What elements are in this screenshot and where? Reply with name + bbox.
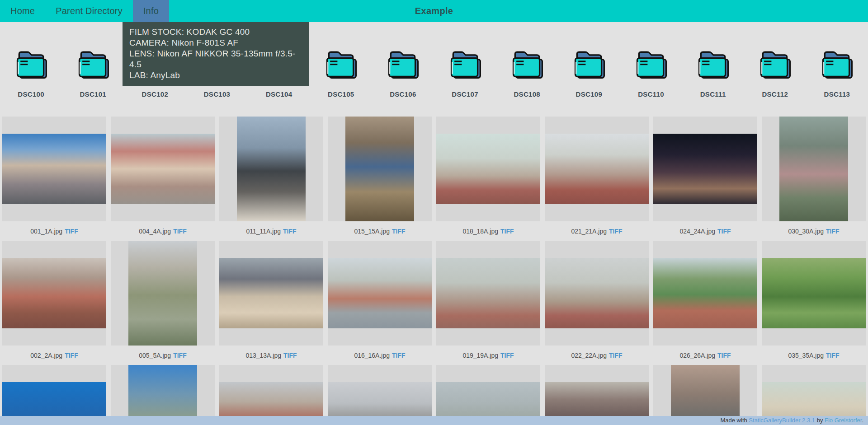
tiff-link[interactable]: TIFF	[392, 228, 406, 235]
folder-item-dsc105[interactable]: DSC105	[310, 47, 372, 98]
photo-thumbnail[interactable]	[111, 134, 215, 204]
footer-text-prefix: Made with	[720, 417, 747, 424]
thumbnail-box	[436, 241, 540, 346]
photo-thumbnail[interactable]	[653, 258, 757, 328]
thumbnail-box	[762, 241, 866, 346]
photo-filename: 005_5A.jpg	[139, 352, 171, 359]
photo-thumbnail[interactable]	[762, 258, 866, 328]
photo-label: 019_19A.jpg TIFF	[436, 346, 540, 365]
tiff-link[interactable]: TIFF	[609, 352, 623, 359]
photo-filename: 013_13A.jpg	[245, 352, 281, 359]
photo-label: 018_18A.jpg TIFF	[436, 221, 540, 241]
tiff-link[interactable]: TIFF	[500, 228, 514, 235]
photo-thumbnail[interactable]	[328, 258, 432, 328]
photo-thumbnail[interactable]	[219, 258, 323, 328]
thumbnail-box	[219, 117, 323, 221]
author-link[interactable]: Flo Greistorfer	[825, 417, 862, 424]
thumbnail-box	[328, 241, 432, 346]
folder-name: DSC105	[328, 90, 354, 98]
photo-filename: 004_4A.jpg	[139, 228, 171, 235]
photo-filename: 002_2A.jpg	[30, 352, 62, 359]
photo-filename: 011_11A.jpg	[246, 228, 281, 235]
photo-label: 002_2A.jpg TIFF	[2, 346, 106, 365]
photo-thumbnail[interactable]	[779, 117, 848, 221]
photo-filename: 030_30A.jpg	[788, 228, 824, 235]
folder-item-dsc108[interactable]: DSC108	[496, 47, 558, 98]
gallery-item: 016_16A.jpg TIFF	[328, 241, 432, 365]
tooltip-line: CAMERA: Nikon F-801S AF	[129, 37, 302, 48]
photo-label: 035_35A.jpg TIFF	[762, 346, 866, 365]
tooltip-line: FILM STOCK: KODAK GC 400	[129, 27, 302, 37]
gallery-item: 024_24A.jpg TIFF	[653, 117, 757, 241]
photo-thumbnail[interactable]	[345, 117, 414, 221]
folder-name: DSC109	[576, 90, 603, 98]
tiff-link[interactable]: TIFF	[826, 352, 840, 359]
photo-label: 013_13A.jpg TIFF	[219, 346, 323, 365]
photo-label: 011_11A.jpg TIFF	[219, 221, 323, 241]
photo-thumbnail[interactable]	[545, 134, 649, 204]
tiff-link[interactable]: TIFF	[717, 228, 731, 235]
folder-name: DSC107	[452, 90, 478, 98]
thumbnail-box	[545, 241, 649, 346]
tiff-link[interactable]: TIFF	[717, 352, 731, 359]
tiff-link[interactable]: TIFF	[283, 352, 297, 359]
photo-label: 005_5A.jpg TIFF	[111, 346, 215, 365]
gallery-item: 018_18A.jpg TIFF	[436, 117, 540, 241]
gallery-item: 019_19A.jpg TIFF	[436, 241, 540, 365]
photo-thumbnail[interactable]	[2, 258, 106, 328]
folder-item-dsc110[interactable]: DSC110	[620, 47, 682, 98]
nav-item-home[interactable]: Home	[0, 0, 45, 22]
photo-thumbnail[interactable]	[436, 258, 540, 328]
navbar: HomeParent DirectoryInfo Example	[0, 0, 868, 22]
photo-thumbnail[interactable]	[545, 258, 649, 328]
photo-thumbnail[interactable]	[128, 241, 197, 346]
tiff-link[interactable]: TIFF	[65, 352, 78, 359]
gallery-item: 026_26A.jpg TIFF	[653, 241, 757, 365]
tiff-link[interactable]: TIFF	[283, 228, 297, 235]
photo-filename: 019_19A.jpg	[462, 352, 498, 359]
thumbnail-box	[436, 117, 540, 221]
tiff-link[interactable]: TIFF	[392, 352, 406, 359]
photo-thumbnail[interactable]	[237, 117, 306, 221]
photo-label: 001_1A.jpg TIFF	[2, 221, 106, 241]
folder-item-dsc113[interactable]: DSC113	[806, 47, 868, 98]
folder-item-dsc100[interactable]: DSC100	[0, 47, 62, 98]
photo-thumbnail[interactable]	[653, 134, 757, 204]
folder-item-dsc111[interactable]: DSC111	[682, 47, 744, 98]
tiff-link[interactable]: TIFF	[826, 228, 840, 235]
thumbnail-box	[219, 241, 323, 346]
folder-item-dsc101[interactable]: DSC101	[62, 47, 124, 98]
info-tooltip: FILM STOCK: KODAK GC 400CAMERA: Nikon F-…	[123, 22, 309, 86]
folder-item-dsc106[interactable]: DSC106	[372, 47, 434, 98]
folder-name: DSC104	[266, 90, 292, 98]
folder-icon	[75, 47, 111, 81]
folder-name: DSC103	[204, 90, 231, 98]
folder-item-dsc107[interactable]: DSC107	[434, 47, 496, 98]
tiff-link[interactable]: TIFF	[65, 228, 78, 235]
folder-icon	[571, 47, 607, 81]
thumbnail-box	[653, 241, 757, 346]
builder-link[interactable]: StaticGalleryBuilder 2.3.1	[749, 417, 815, 424]
gallery-item: 021_21A.jpg TIFF	[545, 117, 649, 241]
footer: Made with StaticGalleryBuilder 2.3.1 by …	[0, 416, 868, 425]
nav-item-parent-directory[interactable]: Parent Directory	[45, 0, 133, 22]
thumbnail-box	[653, 117, 757, 221]
folder-icon	[757, 47, 793, 81]
tooltip-line: LENS: Nikon AF NIKKOR 35-135mm f/3.5-4.5	[129, 48, 302, 70]
folder-item-dsc109[interactable]: DSC109	[558, 47, 620, 98]
gallery-item: 015_15A.jpg TIFF	[328, 117, 432, 241]
thumbnail-box	[2, 241, 106, 346]
gallery-item: 005_5A.jpg TIFF	[111, 241, 215, 365]
tiff-link[interactable]: TIFF	[173, 352, 187, 359]
gallery-item: 004_4A.jpg TIFF	[111, 117, 215, 241]
photo-thumbnail[interactable]	[2, 134, 106, 204]
photo-thumbnail[interactable]	[436, 134, 540, 204]
tiff-link[interactable]: TIFF	[609, 228, 623, 235]
nav-item-info[interactable]: Info	[133, 0, 169, 22]
photo-filename: 021_21A.jpg	[571, 228, 607, 235]
thumbnail-box	[111, 241, 215, 346]
tiff-link[interactable]: TIFF	[173, 228, 187, 235]
folder-item-dsc112[interactable]: DSC112	[744, 47, 806, 98]
folder-icon	[447, 47, 483, 81]
tiff-link[interactable]: TIFF	[500, 352, 514, 359]
